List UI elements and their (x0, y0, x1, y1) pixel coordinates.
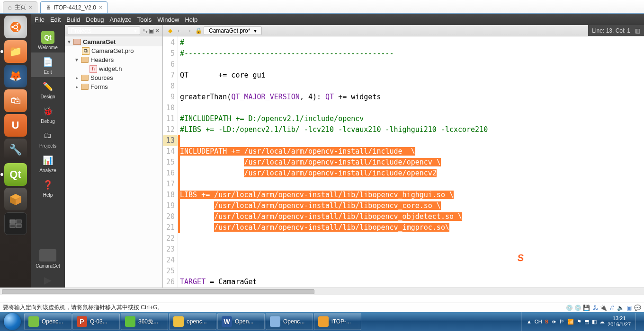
code-line[interactable]: QT += core gui (180, 70, 644, 81)
code-line[interactable]: # (180, 37, 644, 48)
workspaces-icon[interactable] (4, 212, 27, 235)
taskbar-item[interactable]: openc... (169, 313, 216, 330)
tray-net-icon[interactable]: 📶 (567, 319, 574, 325)
printer-icon[interactable]: 🖨 (608, 305, 616, 311)
code-line[interactable] (180, 59, 644, 70)
nautilus-icon[interactable]: 📁 (4, 40, 27, 63)
taskbar-item[interactable]: PQ-03... (72, 313, 120, 330)
code-line[interactable]: greaterThan(QT_MAJOR_VERSION, 4): QT += … (180, 92, 644, 103)
qtcreator-icon[interactable]: Qt (4, 163, 27, 186)
code-line[interactable] (180, 233, 644, 244)
code-line[interactable] (180, 135, 644, 146)
code-line[interactable]: /usr/local/arm/opencv-install/lib/libope… (180, 200, 644, 211)
menu-tools[interactable]: Tools (137, 16, 152, 23)
outer-tab-home[interactable]: ⌂ 主页 × (3, 1, 37, 13)
settings-icon[interactable]: 🔧 (4, 139, 27, 161)
code-line[interactable]: INCLUDEPATH += /usr/local/arm/opencv-ins… (180, 146, 644, 157)
tray-clock[interactable]: 13:21 2016/1/27 (608, 315, 631, 328)
box-icon[interactable] (4, 188, 27, 210)
code-line[interactable]: TARGET = CamaraGet (180, 277, 644, 287)
nav-fwd-icon[interactable]: ← (175, 26, 184, 35)
sound-icon[interactable]: 🔈 (617, 305, 624, 311)
code-line[interactable] (180, 103, 644, 113)
code-line[interactable]: /usr/local/arm/opencv-install/include/op… (180, 168, 644, 179)
run-button[interactable] (37, 274, 59, 287)
tray-misc-icon[interactable]: ⚑ (577, 319, 581, 325)
tree-selector[interactable]: Projects▾ (68, 26, 140, 35)
menu-help[interactable]: Help (185, 16, 197, 23)
kit-selector[interactable]: CamaraGet (31, 246, 65, 271)
firefox-icon[interactable]: 🦊 (4, 65, 27, 87)
ime-indicator[interactable]: CH (535, 319, 542, 324)
hdd-icon[interactable]: 💿 (566, 305, 573, 311)
tree-forms[interactable]: ▸Forms (65, 82, 162, 91)
sogou-ime-float[interactable]: S (514, 251, 528, 265)
mode-projects[interactable]: 🗂Projects (31, 126, 65, 151)
tree-body[interactable]: ▼CamaraGet ⧉CamaraGet.pro ▼Headers hwidg… (65, 36, 162, 287)
code-line[interactable] (180, 255, 644, 266)
split-icon[interactable]: ▥ (635, 27, 640, 34)
tree-root[interactable]: ▼CamaraGet (65, 37, 162, 46)
taskbar-item[interactable]: Openc... (24, 313, 72, 330)
code-line[interactable]: /usr/local/arm/opencv-install/lib/libope… (180, 211, 644, 222)
tray-misc2-icon[interactable]: ⬒ (584, 319, 589, 325)
code-line[interactable]: /usr/local/arm/opencv-install/lib/libope… (180, 222, 644, 233)
collapse-icon[interactable]: ✕ (155, 27, 160, 34)
tree-widget-h[interactable]: hwidget.h (65, 64, 162, 73)
code-line[interactable]: #LIBS += -LD:/opencv2.1/lib/ -lcv210 -lc… (180, 124, 644, 135)
code-line[interactable]: #INCLUDEPATH += D:/opencv2.1/include/ope… (180, 113, 644, 124)
display-icon[interactable]: ▣ (626, 305, 633, 311)
filter-icon[interactable]: ▣ (149, 27, 154, 34)
menu-debug[interactable]: Debug (86, 16, 104, 23)
start-button[interactable] (1, 312, 24, 331)
tree-pro-file[interactable]: ⧉CamaraGet.pro (65, 46, 162, 55)
usb-icon[interactable]: 🔌 (600, 305, 607, 311)
tray-up-icon[interactable]: ▲ (527, 319, 532, 324)
tree-sources[interactable]: ▸Sources (65, 73, 162, 82)
open-file-selector[interactable]: CamaraGet.pro* ▾ (204, 26, 262, 35)
taskbar-item[interactable]: 360免... (121, 313, 168, 330)
msg-icon[interactable]: 💬 (634, 305, 641, 311)
sogou-tray-icon[interactable]: S (545, 319, 548, 324)
horizontal-scrollbar[interactable] (0, 287, 644, 295)
menu-analyze[interactable]: Analyze (110, 16, 132, 23)
nav-back-icon[interactable]: ◆ (166, 26, 174, 35)
floppy-icon[interactable]: 💾 (583, 305, 590, 311)
sync-icon[interactable]: ⇆ (143, 27, 148, 34)
menu-edit[interactable]: Edit (50, 16, 61, 23)
code-line[interactable]: /usr/local/arm/opencv-install/include/op… (180, 157, 644, 168)
taskbar-item[interactable]: WOpen... (217, 313, 265, 330)
code-line[interactable]: #---------------------------------------… (180, 48, 644, 59)
code-line[interactable] (180, 244, 644, 255)
close-icon[interactable]: × (99, 4, 102, 11)
tray-sound-icon[interactable]: 🕩 (551, 319, 556, 324)
nav-fwd2-icon[interactable]: → (185, 26, 193, 35)
mode-edit[interactable]: 📄Edit (31, 52, 65, 77)
software-center-icon[interactable]: 🛍 (4, 89, 27, 112)
menu-build[interactable]: Build (66, 16, 80, 23)
mode-debug[interactable]: 🐞Debug (31, 102, 65, 126)
menu-window[interactable]: Window (157, 16, 179, 23)
code-line[interactable] (180, 266, 644, 277)
outer-tab-active[interactable]: 🖥 iTOP-4412_V2.0 × (40, 1, 107, 13)
mode-design[interactable]: ✏️Design (31, 77, 65, 102)
mode-help[interactable]: ❓Help (31, 175, 65, 200)
ubuntu-one-icon[interactable]: U (4, 114, 27, 137)
tray-flag-icon[interactable]: 🏳 (559, 319, 564, 324)
tray-weather-icon[interactable]: ☁ (599, 319, 605, 325)
close-icon[interactable]: × (29, 4, 32, 11)
dash-icon[interactable] (4, 16, 27, 38)
lock-icon[interactable]: 🔒 (194, 26, 203, 35)
taskbar-item[interactable]: iTOP-... (314, 313, 361, 330)
show-desktop-button[interactable] (635, 313, 640, 330)
mode-welcome[interactable]: QtWelcome (31, 28, 65, 52)
net-icon[interactable]: 🖧 (591, 305, 599, 311)
code-line[interactable] (180, 179, 644, 190)
taskbar-item[interactable]: Openc... (266, 313, 313, 330)
code-line[interactable]: LIBS += /usr/local/arm/opencv-install/li… (180, 190, 644, 200)
scrollbar-thumb[interactable] (2, 289, 314, 294)
menu-file[interactable]: File (35, 16, 45, 23)
mode-analyze[interactable]: 📊Analyze (31, 151, 65, 175)
tree-headers[interactable]: ▼Headers (65, 55, 162, 64)
tray-misc3-icon[interactable]: ◧ (592, 319, 597, 325)
